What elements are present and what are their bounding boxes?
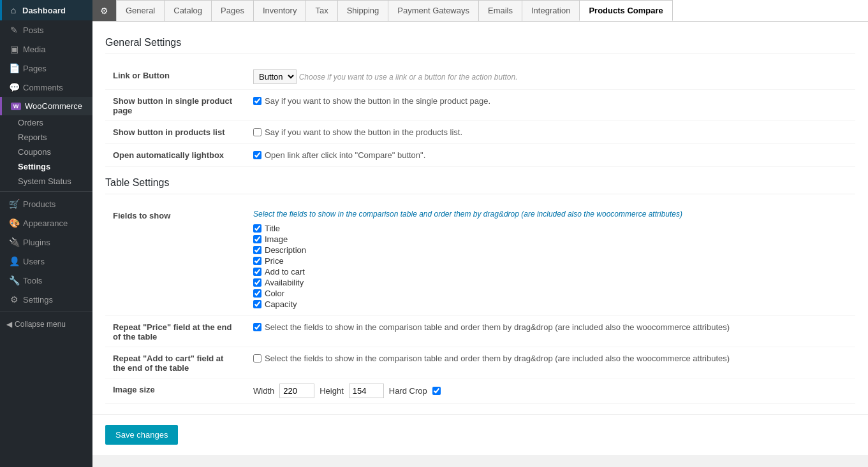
sidebar-item-products[interactable]: 🛒 Products <box>0 194 92 213</box>
sidebar-sub-system-status[interactable]: System Status <box>0 174 92 189</box>
show-single-product-desc: Say if you want to show the button in th… <box>265 96 490 106</box>
sidebar-item-label: Plugins <box>23 238 50 247</box>
tab-shipping[interactable]: Shipping <box>337 0 389 21</box>
general-settings-title: General Settings <box>105 37 855 54</box>
show-products-list-checkbox[interactable] <box>253 128 261 136</box>
field-description-checkbox[interactable] <box>253 246 261 254</box>
row-value: Open link after click into "Compare" but… <box>246 144 855 167</box>
posts-icon: ✎ <box>9 25 19 35</box>
field-title-label[interactable]: Title <box>253 224 848 233</box>
field-availability-checkbox[interactable] <box>253 278 261 287</box>
sidebar-item-appearance[interactable]: 🎨 Appearance <box>0 213 92 233</box>
field-availability-text: Availability <box>265 278 304 287</box>
pages-icon: 📄 <box>9 63 19 73</box>
field-availability-label[interactable]: Availability <box>253 278 848 287</box>
media-icon: ▣ <box>9 44 19 54</box>
table-row: Show button in products list Say if you … <box>105 121 855 144</box>
sidebar-item-media[interactable]: ▣ Media <box>0 40 92 59</box>
row-value: Select the fields to show in the compari… <box>246 347 855 378</box>
show-single-product-checkbox[interactable] <box>253 97 261 105</box>
row-value: Say if you want to show the button in th… <box>246 121 855 144</box>
image-height-input[interactable] <box>349 384 384 398</box>
sidebar-item-tools[interactable]: 🔧 Tools <box>0 271 92 290</box>
row-label: Show button in single product page <box>105 90 246 121</box>
tab-payment-gateways[interactable]: Payment Gateways <box>388 0 479 21</box>
row-label: Open automatically lightbox <box>105 144 246 167</box>
fields-hint: Select the fields to show in the compari… <box>253 210 848 219</box>
image-width-input[interactable] <box>279 384 314 398</box>
sidebar-sub-settings[interactable]: Settings <box>0 159 92 174</box>
tab-pages[interactable]: Pages <box>211 0 254 21</box>
open-lightbox-desc: Open link after click into "Compare" but… <box>265 150 425 160</box>
sidebar-sub-menu: Orders Reports Coupons Settings System S… <box>0 115 92 189</box>
sidebar-sub-reports[interactable]: Reports <box>0 130 92 145</box>
link-or-button-select[interactable]: Button Link <box>253 69 297 84</box>
sidebar-item-dashboard[interactable]: ⌂ Dashboard <box>0 0 92 20</box>
repeat-price-label[interactable]: Select the fields to show in the compari… <box>253 322 848 332</box>
tab-emails[interactable]: Emails <box>478 0 522 21</box>
sidebar-item-label: Settings <box>23 295 53 305</box>
main-content: ⚙ General Catalog Pages Inventory Tax Sh… <box>92 0 868 467</box>
field-capacity-checkbox[interactable] <box>253 300 261 308</box>
hard-crop-label: Hard Crop <box>389 386 427 396</box>
field-description-label[interactable]: Description <box>253 245 848 255</box>
tab-tax[interactable]: Tax <box>305 0 337 21</box>
sidebar-item-comments[interactable]: 💬 Comments <box>0 78 92 97</box>
field-image-text: Image <box>265 234 288 244</box>
repeat-add-to-cart-checkbox[interactable] <box>253 354 261 363</box>
tabs-container: ⚙ General Catalog Pages Inventory Tax Sh… <box>92 0 868 22</box>
image-size-row: Width Height Hard Crop <box>253 384 848 398</box>
width-label: Width <box>253 386 274 396</box>
field-price-checkbox[interactable] <box>253 257 261 265</box>
sidebar-item-pages[interactable]: 📄 Pages <box>0 59 92 78</box>
sidebar-item-settings[interactable]: ⚙ Settings <box>0 290 92 309</box>
content-area: General Settings Link or Button Button L… <box>92 22 868 414</box>
field-price-label[interactable]: Price <box>253 256 848 266</box>
sidebar-item-posts[interactable]: ✎ Posts <box>0 20 92 40</box>
tab-inventory[interactable]: Inventory <box>253 0 306 21</box>
open-lightbox-label[interactable]: Open link after click into "Compare" but… <box>253 150 848 160</box>
field-image-checkbox[interactable] <box>253 235 261 243</box>
field-title-checkbox[interactable] <box>253 224 261 233</box>
tab-general[interactable]: General <box>116 0 165 21</box>
sidebar-item-label: Media <box>23 45 45 54</box>
field-image-label[interactable]: Image <box>253 234 848 244</box>
field-capacity-label[interactable]: Capacity <box>253 299 848 309</box>
field-title-text: Title <box>265 224 280 233</box>
table-row: Image size Width Height Hard Crop <box>105 378 855 404</box>
sidebar-sub-coupons[interactable]: Coupons <box>0 145 92 159</box>
row-label: Link or Button <box>105 64 246 90</box>
products-icon: 🛒 <box>9 199 19 209</box>
height-label: Height <box>320 386 344 396</box>
table-row: Repeat "Price" field at the end of the t… <box>105 316 855 347</box>
sidebar-item-label: Dashboard <box>22 6 66 15</box>
sidebar-item-plugins[interactable]: 🔌 Plugins <box>0 233 92 252</box>
show-single-product-label[interactable]: Say if you want to show the button in th… <box>253 96 848 106</box>
save-changes-button[interactable]: Save changes <box>105 425 178 445</box>
tab-catalog[interactable]: Catalog <box>164 0 212 21</box>
tab-products-compare[interactable]: Products Compare <box>579 0 672 21</box>
collapse-menu-label: Collapse menu <box>15 320 66 329</box>
open-lightbox-checkbox[interactable] <box>253 151 261 159</box>
repeat-price-checkbox[interactable] <box>253 323 261 331</box>
field-price-text: Price <box>265 256 284 266</box>
table-row: Show button in single product page Say i… <box>105 90 855 121</box>
field-color-label[interactable]: Color <box>253 289 848 298</box>
row-label: Image size <box>105 378 246 404</box>
collapse-menu-button[interactable]: ◀ Collapse menu <box>0 315 92 334</box>
field-add-to-cart-checkbox[interactable] <box>253 268 261 276</box>
sidebar-item-label: Appearance <box>23 219 68 228</box>
sidebar-item-woocommerce[interactable]: W WooCommerce <box>0 97 92 115</box>
field-description-text: Description <box>265 245 306 255</box>
tab-integration[interactable]: Integration <box>522 0 580 21</box>
repeat-price-desc: Select the fields to show in the compari… <box>265 322 730 332</box>
sidebar-item-users[interactable]: 👤 Users <box>0 252 92 271</box>
sidebar-sub-orders[interactable]: Orders <box>0 115 92 130</box>
field-color-checkbox[interactable] <box>253 289 261 298</box>
field-add-to-cart-label[interactable]: Add to cart <box>253 267 848 277</box>
tab-settings-icon[interactable]: ⚙ <box>92 0 116 21</box>
show-products-list-label[interactable]: Say if you want to show the button in th… <box>253 127 848 137</box>
hard-crop-checkbox[interactable] <box>432 387 441 395</box>
repeat-add-to-cart-label[interactable]: Select the fields to show in the compari… <box>253 354 848 363</box>
tools-icon: 🔧 <box>9 275 19 285</box>
